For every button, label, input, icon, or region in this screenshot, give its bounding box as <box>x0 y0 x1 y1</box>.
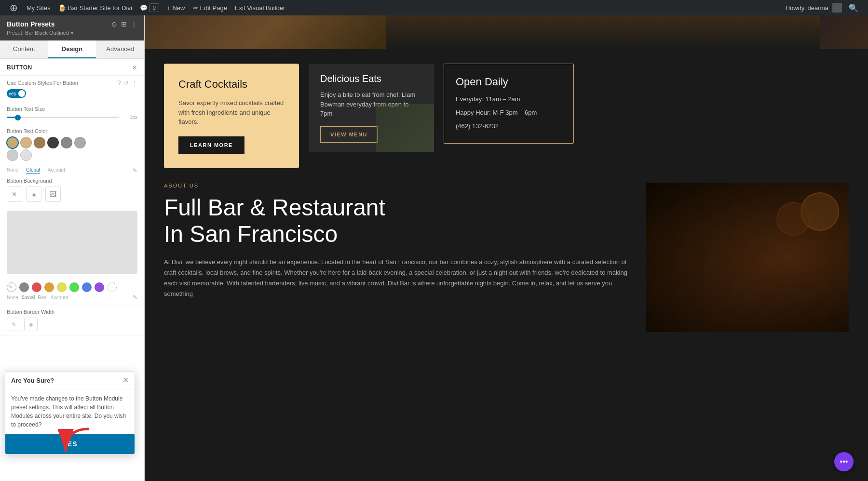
comments-menu[interactable]: 💬 0 <box>136 0 163 15</box>
settings-icon[interactable]: ⊙ <box>111 20 117 28</box>
text-color-field: Button Text Color <box>0 124 144 165</box>
text-color-swatches <box>7 137 137 148</box>
subtab-account2[interactable]: Account <box>51 295 68 300</box>
text-size-field: Button Text Size 1px <box>0 102 144 124</box>
subtab-edit2-icon[interactable]: ✎ <box>133 294 137 301</box>
bar-icon: 🍺 <box>58 4 66 12</box>
subtab-edit-icon[interactable]: ✎ <box>133 167 137 174</box>
swatch-7[interactable] <box>7 149 18 161</box>
swatch-5[interactable] <box>61 137 72 148</box>
tab-advanced[interactable]: Advanced <box>96 40 144 58</box>
swatch-2[interactable] <box>20 137 32 148</box>
dialog-confirm-button[interactable]: Yes <box>5 434 135 454</box>
edit-page-menu[interactable]: ✏ Edit Page <box>189 0 231 15</box>
preview-swatch-yellow[interactable] <box>57 282 67 292</box>
subtab-none2[interactable]: None <box>7 295 18 300</box>
preview-swatch-custom[interactable] <box>107 282 117 292</box>
subtabs-row: None Global Account ✎ <box>0 167 144 174</box>
preview-swatch-purple[interactable] <box>95 282 104 292</box>
swatch-6[interactable] <box>74 137 86 148</box>
avatar <box>832 3 842 13</box>
dialog-close-icon[interactable]: ✕ <box>122 376 129 384</box>
edit-page-label: Edit Page <box>200 4 227 12</box>
bg-image-icon[interactable]: 🖼 <box>45 187 61 202</box>
subtab-account[interactable]: Account <box>48 167 65 174</box>
learn-more-button[interactable]: LEARN MORE <box>178 136 244 154</box>
panel-header: Button Presets ⊙ ⊞ ⋮ Preset: Bar Black O… <box>0 15 144 40</box>
tab-content[interactable]: Content <box>0 40 48 58</box>
reset-icon[interactable]: ↺ <box>124 80 129 86</box>
preview-swatch-red[interactable] <box>32 282 41 292</box>
border-width-field: Button Border Width ✎ ◈ <box>0 305 144 335</box>
admin-bar-right: Howdy, deanna 🔍 <box>786 3 863 13</box>
view-menu-button[interactable]: VIEW MENU <box>320 126 378 143</box>
swatch-3[interactable] <box>34 137 45 148</box>
dialog-body: You've made changes to the Button Module… <box>5 389 135 434</box>
site-name-menu[interactable]: 🍺 Bar Starter Site for Divi <box>54 0 136 15</box>
panel-preset[interactable]: Preset: Bar Black Outlined ▾ <box>7 30 137 36</box>
main-layout: Button Presets ⊙ ⊞ ⋮ Preset: Bar Black O… <box>0 15 868 481</box>
glass-2 <box>776 202 810 236</box>
dialog-confirm-label: Yes <box>62 440 77 448</box>
toggle-thumb <box>18 90 25 97</box>
card-dark-image <box>376 104 434 152</box>
exit-builder-menu[interactable]: Exit Visual Builder <box>231 0 289 15</box>
comment-icon: 💬 <box>140 4 148 12</box>
text-size-slider-track[interactable] <box>7 117 119 118</box>
cards-section: Craft Cocktails Savor expertly mixed coc… <box>145 49 868 183</box>
preview-box <box>7 211 137 274</box>
preset-label: Preset: Bar Black Outlined <box>7 30 69 36</box>
section-close-icon[interactable]: ✕ <box>132 64 137 71</box>
wp-logo-icon[interactable]: ⊕ <box>5 2 23 13</box>
craft-cocktails-body: Savor expertly mixed cocktails crafted w… <box>178 98 285 127</box>
preview-swatch-orange[interactable] <box>44 282 54 292</box>
craft-cocktails-title: Craft Cocktails <box>178 78 285 91</box>
preview-swatch-green[interactable] <box>69 282 79 292</box>
swatch-8[interactable] <box>20 149 32 161</box>
preview-swatch-blue[interactable] <box>82 282 92 292</box>
search-icon[interactable]: 🔍 <box>844 3 863 13</box>
open-daily-card: Open Daily Everyday: 11am – 2am Happy Ho… <box>444 64 574 144</box>
layout-icon[interactable]: ⊞ <box>121 20 127 28</box>
border-width-label: Button Border Width <box>7 309 137 315</box>
text-size-slider-thumb[interactable] <box>15 115 21 120</box>
fab-button[interactable]: ••• <box>834 452 854 471</box>
swatch-1[interactable] <box>7 137 18 148</box>
swatch-4[interactable] <box>47 137 59 148</box>
subtab-none[interactable]: None <box>7 167 18 174</box>
pencil-icon: ✏ <box>193 4 198 12</box>
panel-title: Button Presets <box>7 20 55 28</box>
preview-swatch-gray[interactable] <box>19 282 29 292</box>
tab-design[interactable]: Design <box>48 40 96 58</box>
comments-count: 0 <box>149 3 159 12</box>
about-text: ABOUT US Full Bar & RestaurantIn San Fra… <box>164 183 632 300</box>
new-menu[interactable]: + New <box>163 0 189 15</box>
custom-styles-toggle[interactable]: yes <box>7 89 26 98</box>
dialog-header: Are You Sure? ✕ <box>5 372 135 389</box>
bg-gradient-icon[interactable]: ◈ <box>26 187 41 202</box>
more-icon[interactable]: ⋮ <box>131 20 137 28</box>
are-you-sure-dialog: Are You Sure? ✕ You've made changes to t… <box>5 371 135 454</box>
custom-styles-label: Use Custom Styles For Button ? ↺ ⋮ <box>7 80 137 86</box>
border-edit-icon[interactable]: ✎ <box>7 318 20 331</box>
subtab-saved[interactable]: Saved <box>21 294 35 300</box>
preset-arrow-icon: ▾ <box>71 30 73 36</box>
about-title: Full Bar & RestaurantIn San Francisco <box>164 194 632 247</box>
delicious-eats-card: Delicious Eats Enjoy a bite to eat from … <box>309 64 434 152</box>
section-title: Button <box>7 64 32 71</box>
hero-strip <box>145 15 868 49</box>
bg-none-icon[interactable]: ✕ <box>7 187 22 202</box>
help-icon[interactable]: ? <box>118 80 121 86</box>
panel-header-top: Button Presets ⊙ ⊞ ⋮ <box>7 20 137 28</box>
open-daily-title: Open Daily <box>456 76 562 88</box>
toggle-label: yes <box>9 91 16 96</box>
my-sites-menu[interactable]: My Sites <box>23 0 54 15</box>
open-daily-hours: Everyday: 11am – 2am <box>456 94 562 105</box>
subtab-global[interactable]: Global <box>26 167 40 174</box>
preview-edit-icon[interactable]: ✎ <box>7 282 16 292</box>
panel-header-icons: ⊙ ⊞ ⋮ <box>111 20 137 28</box>
subtab-real[interactable]: Real <box>38 295 48 300</box>
menu-icon[interactable]: ⋮ <box>132 80 137 86</box>
border-gradient-icon[interactable]: ◈ <box>24 318 38 331</box>
fab-icon: ••• <box>840 457 848 466</box>
